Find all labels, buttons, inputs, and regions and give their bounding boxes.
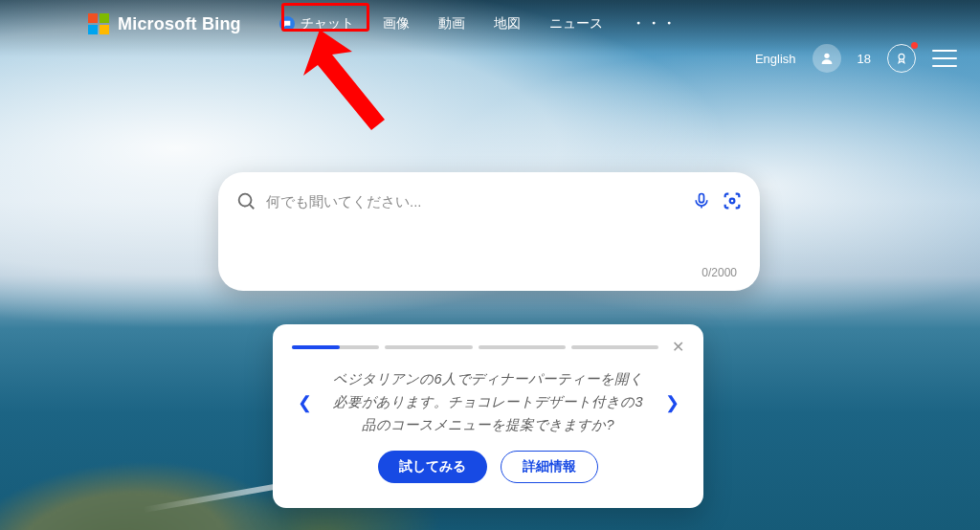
microphone-icon[interactable] <box>691 190 712 211</box>
nav-news[interactable]: ニュース <box>547 11 605 36</box>
prev-suggestion-button[interactable]: ❮ <box>292 392 317 413</box>
account-avatar[interactable] <box>813 44 841 73</box>
svg-point-6 <box>730 199 735 204</box>
brand-name: Microsoft Bing <box>118 14 241 34</box>
progress-segment <box>385 345 472 349</box>
language-switcher[interactable]: English <box>755 52 796 66</box>
chat-icon <box>279 16 295 32</box>
close-card-button[interactable]: ✕ <box>672 340 684 355</box>
svg-point-3 <box>239 194 252 207</box>
person-icon <box>819 51 835 66</box>
suggestion-card: ✕ ❮ ベジタリアンの6人でディナーパーティーを開く必要があります。チョコレート… <box>273 324 703 508</box>
progress-segment <box>571 345 658 349</box>
header-bar: Microsoft Bing チャット 画像 動画 地図 ニュース ・・・ <box>0 0 980 48</box>
progress-segment <box>292 345 379 349</box>
try-it-button[interactable]: 試してみる <box>378 451 487 483</box>
medal-icon <box>895 52 908 65</box>
next-suggestion-button[interactable]: ❯ <box>659 392 684 413</box>
progress-segment <box>479 345 566 349</box>
nav-images[interactable]: 画像 <box>381 11 412 36</box>
search-input[interactable] <box>266 193 681 210</box>
rewards-medal-button[interactable] <box>887 44 916 73</box>
svg-line-4 <box>250 205 254 209</box>
header-right-controls: English 18 <box>755 44 957 73</box>
svg-point-0 <box>824 54 829 58</box>
search-box: 0/2000 <box>218 172 760 291</box>
svg-point-1 <box>899 54 904 59</box>
card-progress: ✕ <box>292 340 684 355</box>
brand-logo-group[interactable]: Microsoft Bing <box>88 13 241 34</box>
suggestion-prompt-text: ベジタリアンの6人でディナーパーティーを開く必要があります。チョコレートデザート… <box>317 368 659 437</box>
nav-more[interactable]: ・・・ <box>630 11 679 36</box>
microsoft-logo-icon <box>88 13 109 34</box>
nav-videos[interactable]: 動画 <box>436 11 467 36</box>
learn-more-button[interactable]: 詳細情報 <box>501 451 598 483</box>
nav-maps[interactable]: 地図 <box>492 11 523 36</box>
nav-chat[interactable]: チャット <box>278 11 356 36</box>
nav-chat-label: チャット <box>301 15 354 33</box>
menu-button[interactable] <box>932 50 957 67</box>
char-counter: 0/2000 <box>702 266 737 279</box>
image-search-icon[interactable] <box>722 190 743 211</box>
search-icon <box>235 190 256 211</box>
top-nav: チャット 画像 動画 地図 ニュース ・・・ <box>278 11 679 36</box>
rewards-points[interactable]: 18 <box>858 52 871 66</box>
svg-rect-5 <box>700 194 704 203</box>
